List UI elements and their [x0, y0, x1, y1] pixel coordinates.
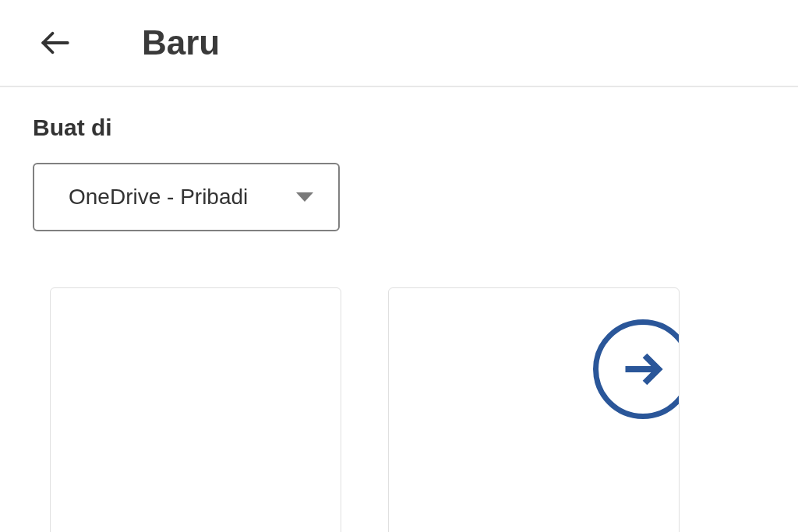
arrow-left-icon [39, 26, 72, 59]
arrow-right-icon [620, 346, 666, 393]
template-list [33, 287, 765, 532]
header: Baru [0, 0, 798, 87]
template-card-blank[interactable] [50, 287, 341, 532]
dropdown-selected-text: OneDrive - Pribadi [69, 185, 248, 210]
template-card-second[interactable] [388, 287, 680, 532]
location-dropdown[interactable]: OneDrive - Pribadi [33, 163, 340, 231]
back-button[interactable] [39, 26, 72, 59]
chevron-down-icon [296, 192, 313, 202]
content: Buat di OneDrive - Pribadi [0, 87, 798, 532]
page-title: Baru [142, 23, 220, 62]
arrow-circle-badge [593, 319, 680, 419]
create-in-label: Buat di [33, 115, 765, 141]
